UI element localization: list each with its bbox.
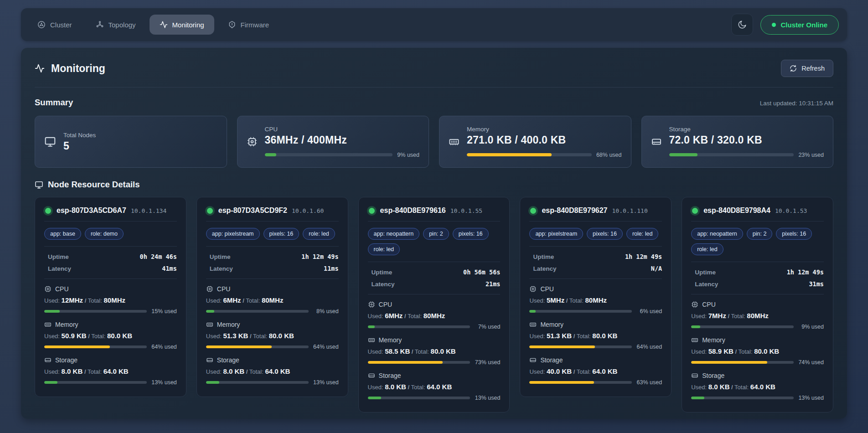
percent-used-label: 23% used bbox=[798, 152, 824, 158]
progress-fill bbox=[368, 325, 375, 328]
progress-fill bbox=[467, 153, 552, 156]
node-tags: app: baserole: demo bbox=[44, 228, 177, 240]
nav-tab-firmware[interactable]: Firmware bbox=[218, 15, 279, 35]
latency-value: N/A bbox=[651, 265, 662, 272]
node-divider bbox=[206, 278, 339, 279]
memory-icon bbox=[368, 336, 375, 344]
topology-icon bbox=[96, 21, 104, 29]
node-divider bbox=[529, 278, 662, 279]
node-header: esp-807D3A5CD6A7 10.0.1.134 bbox=[44, 206, 177, 215]
tag-badge: pixels: 16 bbox=[776, 228, 812, 240]
nav-tab-cluster[interactable]: Cluster bbox=[27, 15, 82, 35]
cpu-progress: 9% used bbox=[691, 324, 824, 330]
activity-icon bbox=[35, 63, 45, 73]
tag-badge: app: neopattern bbox=[691, 228, 743, 240]
cpu-icon bbox=[691, 301, 698, 308]
summary-progress: 9% used bbox=[265, 152, 420, 158]
progress-track bbox=[529, 345, 632, 348]
progress-track bbox=[44, 310, 147, 313]
summary-card-label: Total Nodes bbox=[63, 132, 217, 139]
progress-fill bbox=[691, 397, 704, 399]
uptime-row: Uptime 0h 56m 56s bbox=[368, 268, 501, 276]
summary-card-label: CPU bbox=[265, 126, 420, 133]
cpu-metric: CPUUsed: 7MHz / Total: 80MHz9% used bbox=[691, 301, 824, 330]
node-header: esp-840D8E979616 10.0.1.55 bbox=[368, 206, 501, 215]
node-tags: app: pixelstreampixels: 16role: led bbox=[529, 228, 662, 240]
nav-tab-monitoring[interactable]: Monitoring bbox=[150, 15, 214, 35]
latency-value: 41ms bbox=[162, 265, 177, 272]
node-name: esp-807D3A5CD6A7 bbox=[57, 206, 126, 215]
node-status-dot-icon bbox=[692, 208, 698, 214]
node-divider bbox=[368, 262, 501, 262]
uptime-label: Uptime bbox=[529, 253, 554, 260]
tag-badge: pixels: 16 bbox=[264, 228, 300, 240]
nav-tab-label: Topology bbox=[108, 21, 136, 29]
progress-track bbox=[691, 325, 794, 328]
progress-fill bbox=[206, 381, 219, 384]
memory-metric: MemoryUsed: 51.3 KB / Total: 80.0 KB64% … bbox=[206, 321, 339, 350]
monitor-icon bbox=[44, 136, 56, 148]
uptime-value: 0h 56m 56s bbox=[463, 268, 500, 276]
cpu-metric: CPUUsed: 5MHz / Total: 80MHz6% used bbox=[529, 285, 662, 314]
node-header: esp-840D8E9798A4 10.0.1.53 bbox=[691, 206, 824, 215]
node-name: esp-807D3A5CD9F2 bbox=[218, 206, 287, 215]
node-status-dot-icon bbox=[207, 208, 213, 214]
storage-label: Storage bbox=[379, 372, 401, 379]
cpu-icon bbox=[206, 285, 213, 293]
cpu-metric: CPUUsed: 6MHz / Total: 80MHz7% used bbox=[368, 301, 501, 330]
cpu-metric: CPUUsed: 6MHz / Total: 80MHz8% used bbox=[206, 285, 339, 314]
header-divider bbox=[35, 87, 833, 88]
percent-used-label: 73% used bbox=[475, 359, 500, 366]
memory-label: Memory bbox=[540, 321, 563, 328]
memory-icon bbox=[206, 321, 213, 328]
cpu-label: CPU bbox=[217, 285, 231, 293]
latency-value: 21ms bbox=[486, 280, 501, 288]
tag-badge: role: led bbox=[303, 228, 335, 240]
summary-heading: Summary bbox=[35, 98, 73, 108]
refresh-label: Refresh bbox=[801, 65, 825, 72]
main-panel: Monitoring Refresh Summary Last updated:… bbox=[21, 48, 847, 419]
node-divider bbox=[691, 262, 824, 262]
node-card: esp-840D8E979627 10.0.1.110 app: pixelst… bbox=[520, 197, 672, 397]
node-card: esp-807D3A5CD9F2 10.0.1.60 app: pixelstr… bbox=[196, 197, 348, 397]
node-ip: 10.0.1.60 bbox=[292, 207, 324, 214]
memory-progress: 64% used bbox=[44, 344, 177, 350]
theme-toggle-button[interactable] bbox=[731, 14, 753, 36]
cpu-label: CPU bbox=[702, 301, 716, 308]
nav-tab-topology[interactable]: Topology bbox=[86, 15, 146, 35]
tag-badge: pixels: 16 bbox=[587, 228, 623, 240]
tag-badge: app: base bbox=[44, 228, 81, 240]
progress-fill bbox=[529, 381, 594, 384]
refresh-button[interactable]: Refresh bbox=[781, 60, 833, 77]
progress-fill bbox=[529, 345, 595, 348]
summary-card-value: 36MHz / 400MHz bbox=[265, 134, 420, 146]
memory-icon bbox=[44, 321, 52, 328]
memory-metric: MemoryUsed: 58.9 KB / Total: 80.0 KB74% … bbox=[691, 336, 824, 366]
cpu-icon bbox=[44, 285, 52, 293]
memory-icon bbox=[449, 136, 460, 147]
percent-used-label: 7% used bbox=[475, 324, 500, 330]
memory-metric: MemoryUsed: 50.9 KB / Total: 80.0 KB64% … bbox=[44, 321, 177, 350]
progress-track bbox=[529, 381, 632, 384]
progress-fill bbox=[44, 310, 60, 313]
top-nav: ClusterTopologyMonitoringFirmware Cluste… bbox=[21, 8, 847, 41]
storage-usage-text: Used: 8.0 KB / Total: 64.0 KB bbox=[44, 367, 177, 375]
percent-used-label: 13% used bbox=[475, 395, 500, 401]
node-ip: 10.0.1.55 bbox=[450, 207, 482, 214]
uptime-value: 1h 12m 49s bbox=[301, 253, 338, 260]
node-divider bbox=[691, 294, 824, 294]
nodes-heading-label: Node Resource Details bbox=[48, 180, 140, 190]
memory-usage-text: Used: 50.9 KB / Total: 80.0 KB bbox=[44, 332, 177, 340]
memory-label: Memory bbox=[55, 321, 78, 328]
latency-label: Latency bbox=[206, 265, 233, 272]
node-divider bbox=[691, 221, 824, 222]
nav-right: Cluster Online bbox=[731, 14, 839, 36]
online-dot-icon bbox=[772, 23, 776, 27]
node-status-dot-icon bbox=[45, 208, 51, 214]
tag-badge: role: demo bbox=[85, 228, 124, 240]
tag-badge: app: pixelstream bbox=[206, 228, 260, 240]
progress-track bbox=[691, 361, 794, 364]
memory-progress: 74% used bbox=[691, 359, 824, 366]
uptime-value: 1h 12m 49s bbox=[625, 253, 662, 260]
storage-label: Storage bbox=[540, 356, 563, 364]
